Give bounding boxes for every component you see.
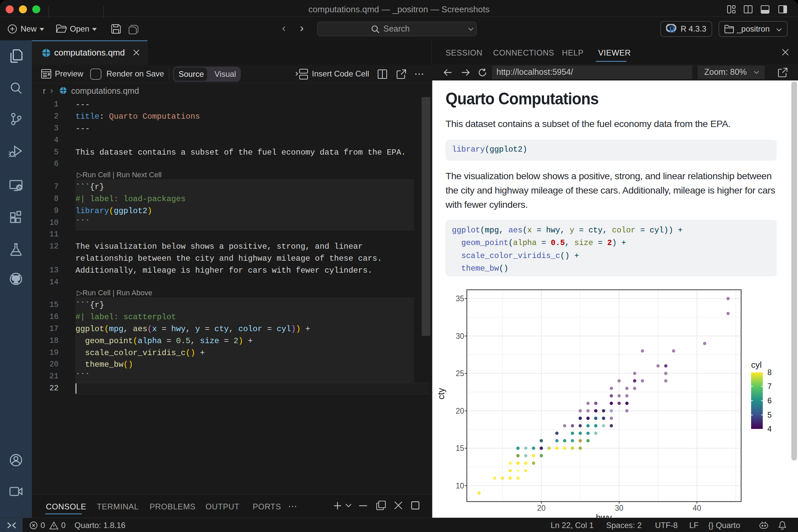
svg-text:40: 40 bbox=[692, 504, 701, 512]
svg-text:cyl: cyl bbox=[751, 360, 762, 370]
svg-text:30: 30 bbox=[456, 332, 464, 341]
svg-text:6: 6 bbox=[767, 396, 772, 405]
svg-text:5: 5 bbox=[767, 411, 772, 419]
svg-text:7: 7 bbox=[767, 382, 772, 391]
svg-text:25: 25 bbox=[456, 369, 464, 378]
svg-text:15: 15 bbox=[456, 444, 464, 453]
svg-text:cty: cty bbox=[436, 388, 446, 399]
svg-text:20: 20 bbox=[537, 504, 546, 512]
svg-text:35: 35 bbox=[456, 294, 464, 303]
svg-text:10: 10 bbox=[456, 481, 464, 490]
svg-text:4: 4 bbox=[767, 424, 772, 433]
svg-text:R: R bbox=[669, 25, 675, 33]
svg-text:8: 8 bbox=[767, 368, 772, 377]
svg-text:20: 20 bbox=[456, 407, 464, 415]
svg-text:hwy: hwy bbox=[596, 513, 612, 518]
svg-text:30: 30 bbox=[615, 504, 624, 512]
